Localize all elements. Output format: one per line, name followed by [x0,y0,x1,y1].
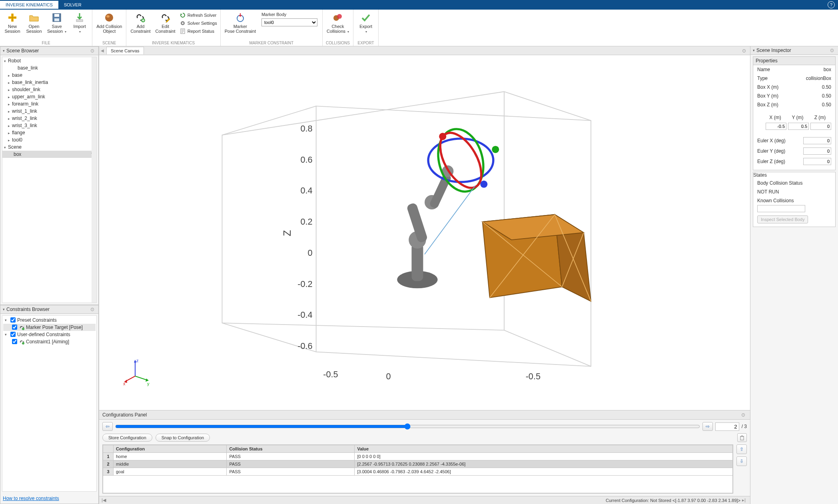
trash-icon [739,435,745,440]
ribbon-group-marker-label: MARKER CONSTRAINT [222,40,321,46]
tab-inverse-kinematics[interactable]: INVERSE KINEMATICS [0,1,58,9]
config-panel-title: Configurations Panel [102,412,147,418]
refresh-solver-button[interactable]: Refresh Solver [180,11,217,19]
scene-3d-view[interactable]: 0.8 0.6 0.4 0.2 0 -0.2 -0.4 -0.6 Z -0.5 … [99,55,750,410]
euler-z-input[interactable] [803,158,831,165]
inspector-header[interactable]: ▾Scene Inspector⊙ [750,46,838,55]
help-icon[interactable]: ? [828,1,835,8]
constraints-browser-header[interactable]: ▾Constraints Browser⊙ [0,305,98,314]
tree-node[interactable]: base_link [2,64,96,72]
tree-node[interactable]: ▸wrist_2_link [2,115,96,122]
tree-node[interactable]: ▸base_link_inertia [2,79,96,86]
constraint-group-preset[interactable]: ▾Preset Constraints [3,317,96,324]
marker-pose-constraint-button[interactable]: Marker Pose Constraint [222,10,258,35]
svg-text:0.2: 0.2 [300,217,312,227]
scene-tree[interactable]: ▾Robot base_link ▸base ▸base_link_inerti… [2,57,97,303]
svg-rect-2 [54,18,59,21]
euler-x-input[interactable] [803,137,831,144]
save-session-button[interactable]: Save Session [45,10,69,36]
tree-node-robot[interactable]: ▾Robot [2,57,96,64]
gear-icon[interactable]: ⊙ [90,48,96,54]
edit-constraint-button[interactable]: Edit Constraint [153,10,178,35]
scrollbar[interactable] [92,57,96,303]
svg-point-4 [105,14,113,22]
checkbox[interactable] [10,332,16,337]
save-icon [51,12,62,23]
status-bar: |◀ Current Configuration: Not Stored <[-… [99,496,750,504]
new-session-button[interactable]: New Session [2,10,23,35]
inspect-selected-body-button[interactable]: Inspect Selected Body [757,215,808,223]
tree-node[interactable]: ▸forearm_link [2,100,96,108]
status-text: Current Configuration: Not Stored <[-1.8… [606,498,740,503]
pos-x-input[interactable] [766,123,786,130]
add-collision-object-button[interactable]: Add Collision Object [94,10,124,35]
gear-icon[interactable]: ⊙ [742,48,748,54]
delete-button[interactable] [737,433,747,442]
table-row[interactable]: 2middlePASS[2.2567 -0.95713 0.72625 0.23… [103,460,733,468]
ribbon-toolbar: New Session Open Session Save Session Im… [0,10,838,46]
tree-node[interactable]: ▸wrist_3_link [2,122,96,129]
ribbon-group-file-label: FILE [2,40,90,46]
move-up-button[interactable]: ⇧ [736,444,747,454]
open-session-button[interactable]: Open Session [23,10,45,35]
app-root: INVERSE KINEMATICS SOLVER ? New Session … [0,0,838,504]
svg-rect-50 [740,436,744,440]
checkbox[interactable] [12,325,17,330]
svg-text:0: 0 [308,248,313,258]
table-row[interactable]: 1homePASS[0 0 0 0 0 0] [103,453,733,460]
constraint-item[interactable]: Constraint1 [Aiming] [3,338,96,345]
doctab-scene-canvas[interactable]: Scene Canvas [106,47,144,54]
export-button[interactable]: Export [355,10,377,36]
svg-point-13 [22,328,24,330]
checkbox[interactable] [12,339,17,344]
scene-canvas[interactable]: 0.8 0.6 0.4 0.2 0 -0.2 -0.4 -0.6 Z -0.5 … [99,55,750,410]
folder-open-icon [28,12,40,23]
checkbox[interactable] [10,317,16,323]
tree-node[interactable]: ▸tool0 [2,136,96,143]
tab-nav-prev-icon[interactable]: ◀ [99,48,106,53]
known-collisions-input[interactable] [757,205,805,212]
svg-line-43 [135,376,147,380]
config-prev-button[interactable]: ⇦ [102,422,113,431]
marker-body-select[interactable]: tool0 [261,18,317,26]
solver-settings-button[interactable]: Solver Settings [180,19,217,27]
left-column: ▾Scene Browser⊙ ▾Robot base_link ▸base ▸… [0,46,99,504]
constraint-item[interactable]: Marker Pose Target [Pose] [3,324,96,331]
tree-node[interactable]: ▸base [2,72,96,79]
table-row[interactable]: 3goalPASS[3.0004 0.46806 -0.7983 -2.039 … [103,468,733,476]
svg-point-39 [480,181,487,188]
import-icon [74,12,85,23]
euler-y-input[interactable] [803,147,831,155]
tab-solver[interactable]: SOLVER [58,1,87,9]
ribbon-group-ik-label: INVERSE KINEMATICS [128,40,218,46]
pos-z-input[interactable] [810,123,831,130]
statusbar-nav-icon[interactable]: |◀ [102,498,107,503]
gear-icon[interactable]: ⊙ [90,307,96,312]
tree-node-box[interactable]: box▾ [2,151,96,158]
config-table[interactable]: ConfigurationCollision StatusValue 1home… [102,444,733,494]
gear-icon[interactable]: ⊙ [830,48,836,53]
constraint-group-user[interactable]: ▾User-defined Constraints [3,331,96,338]
store-configuration-button[interactable]: Store Configuration [102,434,152,442]
config-next-button[interactable]: ⇨ [702,422,713,431]
tree-node[interactable]: ▸flange [2,129,96,136]
config-page-input[interactable] [715,422,739,431]
check-collisions-button[interactable]: Check Collisions [324,10,351,36]
tree-node[interactable]: ▸wrist_1_link [2,108,96,115]
pos-y-input[interactable] [788,123,809,130]
snap-to-configuration-button[interactable]: Snap to Configuration [156,434,210,442]
config-slider[interactable] [115,423,700,430]
gear-icon[interactable]: ⊙ [741,412,747,418]
report-status-button[interactable]: Report Status [180,27,217,35]
help-link[interactable]: How to resolve constraints [3,496,59,501]
move-down-button[interactable]: ⇩ [736,456,747,466]
tree-node[interactable]: ▸shoulder_link [2,86,96,93]
import-button[interactable]: Import [69,10,90,36]
tree-node-scene[interactable]: ▾Scene [2,143,96,151]
add-constraint-button[interactable]: Add Constraint [128,10,153,35]
tree-node[interactable]: ▸upper_arm_link [2,93,96,100]
scene-browser-header[interactable]: ▾Scene Browser⊙ [0,47,98,55]
statusbar-caret-icon[interactable]: ▸| [742,498,748,503]
constraints-tree[interactable]: ▾Preset Constraints Marker Pose Target [… [2,315,97,492]
top-tabbar: INVERSE KINEMATICS SOLVER ? [0,0,838,10]
